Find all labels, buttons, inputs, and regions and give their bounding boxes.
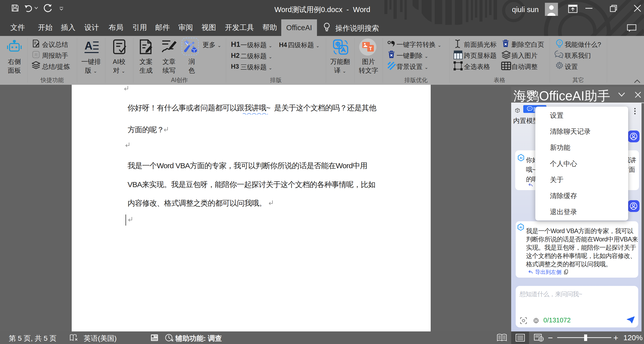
svg-text:A: A xyxy=(85,39,93,52)
svg-text:周: 周 xyxy=(34,53,38,57)
svg-text:T: T xyxy=(369,46,372,51)
svg-text:?: ? xyxy=(558,41,560,46)
svg-text:AI: AI xyxy=(519,226,522,229)
svg-text:AI: AI xyxy=(519,156,522,159)
